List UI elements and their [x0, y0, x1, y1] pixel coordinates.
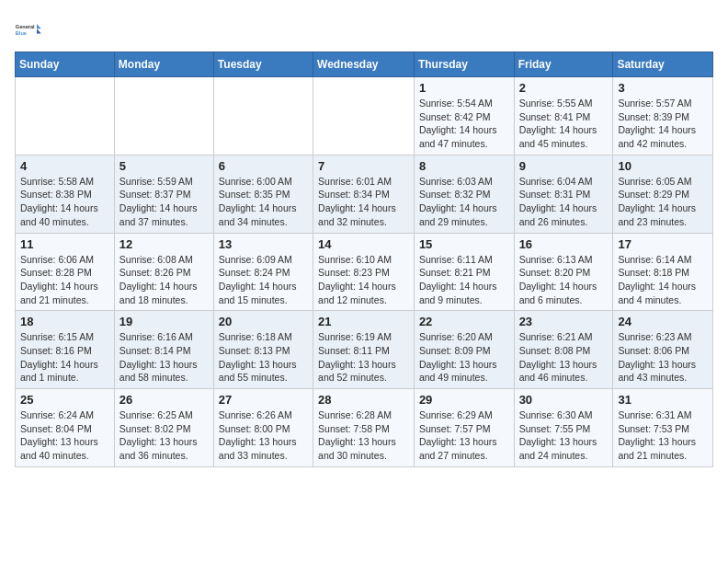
calendar-cell: 14Sunrise: 6:10 AM Sunset: 8:23 PM Dayli…: [313, 233, 415, 311]
calendar-cell: 2Sunrise: 5:55 AM Sunset: 8:41 PM Daylig…: [514, 77, 613, 155]
day-info: Sunrise: 6:06 AM Sunset: 8:28 PM Dayligh…: [20, 253, 109, 307]
calendar-cell: 11Sunrise: 6:06 AM Sunset: 8:28 PM Dayli…: [16, 233, 115, 311]
calendar-cell: 26Sunrise: 6:25 AM Sunset: 8:02 PM Dayli…: [114, 389, 213, 467]
day-number: 12: [119, 237, 209, 251]
day-info: Sunrise: 6:13 AM Sunset: 8:20 PM Dayligh…: [519, 253, 609, 307]
calendar-cell: 1Sunrise: 5:54 AM Sunset: 8:42 PM Daylig…: [414, 77, 514, 155]
day-info: Sunrise: 6:05 AM Sunset: 8:29 PM Dayligh…: [618, 175, 708, 229]
header-monday: Monday: [114, 52, 213, 77]
day-info: Sunrise: 6:31 AM Sunset: 7:53 PM Dayligh…: [618, 408, 708, 463]
calendar-week-row: 4Sunrise: 5:58 AM Sunset: 8:38 PM Daylig…: [16, 155, 713, 233]
calendar-cell: 13Sunrise: 6:09 AM Sunset: 8:24 PM Dayli…: [213, 233, 313, 311]
day-number: 4: [20, 159, 109, 173]
calendar-header-row: SundayMondayTuesdayWednesdayThursdayFrid…: [16, 52, 713, 77]
day-info: Sunrise: 6:21 AM Sunset: 8:08 PM Dayligh…: [519, 330, 609, 385]
svg-marker-3: [37, 29, 41, 33]
calendar-cell: 24Sunrise: 6:23 AM Sunset: 8:06 PM Dayli…: [613, 311, 713, 389]
day-info: Sunrise: 6:09 AM Sunset: 8:24 PM Dayligh…: [219, 253, 308, 307]
header: GeneralBlue: [15, 15, 713, 44]
day-info: Sunrise: 6:10 AM Sunset: 8:23 PM Dayligh…: [318, 253, 409, 307]
header-wednesday: Wednesday: [313, 52, 415, 77]
svg-marker-2: [37, 24, 41, 29]
day-info: Sunrise: 6:11 AM Sunset: 8:21 PM Dayligh…: [419, 253, 509, 307]
calendar-week-row: 25Sunrise: 6:24 AM Sunset: 8:04 PM Dayli…: [16, 389, 713, 467]
calendar-week-row: 11Sunrise: 6:06 AM Sunset: 8:28 PM Dayli…: [16, 233, 713, 311]
calendar-cell: 22Sunrise: 6:20 AM Sunset: 8:09 PM Dayli…: [414, 311, 514, 389]
day-number: 27: [219, 393, 308, 407]
day-number: 22: [419, 315, 509, 328]
day-info: Sunrise: 5:55 AM Sunset: 8:41 PM Dayligh…: [519, 97, 609, 151]
day-number: 21: [318, 315, 409, 328]
day-info: Sunrise: 5:57 AM Sunset: 8:39 PM Dayligh…: [618, 97, 708, 151]
calendar-cell: 19Sunrise: 6:16 AM Sunset: 8:14 PM Dayli…: [114, 311, 213, 389]
calendar-cell: 7Sunrise: 6:01 AM Sunset: 8:34 PM Daylig…: [313, 155, 415, 233]
day-number: 26: [119, 393, 209, 407]
day-info: Sunrise: 5:59 AM Sunset: 8:37 PM Dayligh…: [119, 175, 209, 229]
day-info: Sunrise: 6:30 AM Sunset: 7:55 PM Dayligh…: [519, 408, 609, 463]
header-friday: Friday: [514, 52, 613, 77]
header-tuesday: Tuesday: [213, 52, 313, 77]
calendar-cell: 12Sunrise: 6:08 AM Sunset: 8:26 PM Dayli…: [114, 233, 213, 311]
calendar-cell: 21Sunrise: 6:19 AM Sunset: 8:11 PM Dayli…: [313, 311, 415, 389]
svg-text:General: General: [16, 24, 35, 29]
day-number: 8: [419, 159, 509, 173]
day-info: Sunrise: 6:01 AM Sunset: 8:34 PM Dayligh…: [318, 175, 409, 229]
calendar-cell: 9Sunrise: 6:04 AM Sunset: 8:31 PM Daylig…: [514, 155, 613, 233]
day-number: 11: [20, 237, 109, 251]
day-number: 24: [618, 315, 708, 328]
calendar-cell: 6Sunrise: 6:00 AM Sunset: 8:35 PM Daylig…: [213, 155, 313, 233]
calendar-cell: [213, 77, 313, 155]
calendar-cell: 27Sunrise: 6:26 AM Sunset: 8:00 PM Dayli…: [213, 389, 313, 467]
calendar-cell: 8Sunrise: 6:03 AM Sunset: 8:32 PM Daylig…: [414, 155, 514, 233]
day-number: 30: [519, 393, 609, 407]
calendar-cell: 10Sunrise: 6:05 AM Sunset: 8:29 PM Dayli…: [613, 155, 713, 233]
day-number: 14: [318, 237, 409, 251]
calendar-cell: 4Sunrise: 5:58 AM Sunset: 8:38 PM Daylig…: [16, 155, 115, 233]
calendar-cell: 5Sunrise: 5:59 AM Sunset: 8:37 PM Daylig…: [114, 155, 213, 233]
day-number: 23: [519, 315, 609, 328]
day-number: 19: [119, 315, 209, 328]
day-info: Sunrise: 6:00 AM Sunset: 8:35 PM Dayligh…: [219, 175, 308, 229]
header-thursday: Thursday: [414, 52, 514, 77]
calendar-cell: 16Sunrise: 6:13 AM Sunset: 8:20 PM Dayli…: [514, 233, 613, 311]
day-info: Sunrise: 6:25 AM Sunset: 8:02 PM Dayligh…: [119, 408, 209, 463]
day-number: 7: [318, 159, 409, 173]
logo-icon: GeneralBlue: [15, 15, 44, 44]
day-number: 5: [119, 159, 209, 173]
calendar-cell: 20Sunrise: 6:18 AM Sunset: 8:13 PM Dayli…: [213, 311, 313, 389]
calendar-cell: [16, 77, 115, 155]
calendar-cell: [114, 77, 213, 155]
day-info: Sunrise: 6:24 AM Sunset: 8:04 PM Dayligh…: [20, 408, 109, 463]
day-number: 25: [20, 393, 109, 407]
day-info: Sunrise: 6:19 AM Sunset: 8:11 PM Dayligh…: [318, 330, 409, 385]
day-info: Sunrise: 6:15 AM Sunset: 8:16 PM Dayligh…: [20, 330, 109, 385]
day-info: Sunrise: 6:08 AM Sunset: 8:26 PM Dayligh…: [119, 253, 209, 307]
day-number: 3: [618, 81, 708, 95]
day-info: Sunrise: 6:14 AM Sunset: 8:18 PM Dayligh…: [618, 253, 708, 307]
calendar-cell: 18Sunrise: 6:15 AM Sunset: 8:16 PM Dayli…: [16, 311, 115, 389]
day-number: 13: [219, 237, 308, 251]
day-info: Sunrise: 6:16 AM Sunset: 8:14 PM Dayligh…: [119, 330, 209, 385]
day-number: 1: [419, 81, 509, 95]
calendar-cell: 31Sunrise: 6:31 AM Sunset: 7:53 PM Dayli…: [613, 389, 713, 467]
calendar-cell: 15Sunrise: 6:11 AM Sunset: 8:21 PM Dayli…: [414, 233, 514, 311]
day-number: 2: [519, 81, 609, 95]
day-info: Sunrise: 6:18 AM Sunset: 8:13 PM Dayligh…: [219, 330, 308, 385]
day-info: Sunrise: 6:29 AM Sunset: 7:57 PM Dayligh…: [419, 408, 509, 463]
calendar-week-row: 1Sunrise: 5:54 AM Sunset: 8:42 PM Daylig…: [16, 77, 713, 155]
calendar-cell: 28Sunrise: 6:28 AM Sunset: 7:58 PM Dayli…: [313, 389, 415, 467]
calendar-cell: 17Sunrise: 6:14 AM Sunset: 8:18 PM Dayli…: [613, 233, 713, 311]
day-info: Sunrise: 6:20 AM Sunset: 8:09 PM Dayligh…: [419, 330, 509, 385]
header-sunday: Sunday: [16, 52, 115, 77]
calendar-cell: [313, 77, 415, 155]
calendar-table: SundayMondayTuesdayWednesdayThursdayFrid…: [15, 52, 713, 467]
day-info: Sunrise: 6:03 AM Sunset: 8:32 PM Dayligh…: [419, 175, 509, 229]
day-number: 10: [618, 159, 708, 173]
day-info: Sunrise: 6:23 AM Sunset: 8:06 PM Dayligh…: [618, 330, 708, 385]
logo: GeneralBlue: [15, 15, 44, 44]
day-number: 28: [318, 393, 409, 407]
day-number: 6: [219, 159, 308, 173]
day-info: Sunrise: 6:04 AM Sunset: 8:31 PM Dayligh…: [519, 175, 609, 229]
day-number: 20: [219, 315, 308, 328]
calendar-cell: 25Sunrise: 6:24 AM Sunset: 8:04 PM Dayli…: [16, 389, 115, 467]
